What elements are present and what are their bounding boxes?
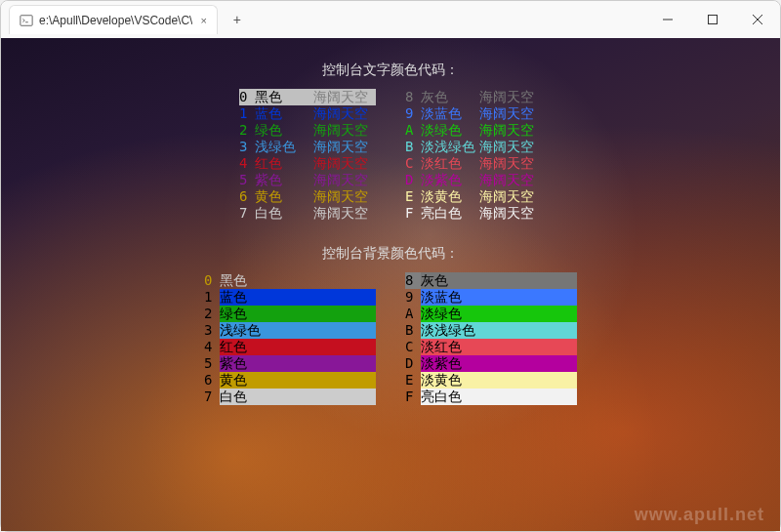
- fg-sample: 海阔天空: [313, 155, 376, 172]
- fg-name: 淡黄色: [421, 188, 479, 205]
- terminal-content[interactable]: 控制台文字颜色代码： 0黑色海阔天空1蓝色海阔天空2绿色海阔天空3浅绿色海阔天空…: [1, 38, 780, 531]
- bg-code: 3: [204, 322, 220, 339]
- fg-name: 绿色: [255, 122, 313, 139]
- fg-column-left: 0黑色海阔天空1蓝色海阔天空2绿色海阔天空3浅绿色海阔天空4红色海阔天空5紫色海…: [239, 89, 376, 222]
- window-controls: [645, 4, 780, 35]
- fg-sample: 海阔天空: [479, 105, 542, 122]
- fg-grid: 0黑色海阔天空1蓝色海阔天空2绿色海阔天空3浅绿色海阔天空4红色海阔天空5紫色海…: [1, 89, 780, 222]
- bg-code: F: [405, 389, 421, 405]
- svg-rect-2: [709, 16, 718, 24]
- fg-sample: 海阔天空: [479, 122, 542, 139]
- bg-row: 2绿色: [204, 306, 376, 322]
- bg-name: 灰色: [421, 272, 577, 289]
- close-button[interactable]: [735, 4, 780, 35]
- fg-code: B: [405, 139, 421, 155]
- bg-name: 蓝色: [220, 289, 376, 306]
- bg-row: 6黄色: [204, 372, 376, 389]
- fg-code: 5: [239, 172, 255, 188]
- fg-row: 7白色海阔天空: [239, 205, 376, 222]
- bg-row: 9淡蓝色: [405, 289, 577, 306]
- fg-code: 7: [239, 205, 255, 222]
- fg-name: 淡蓝色: [421, 105, 479, 122]
- bg-name: 淡紫色: [421, 355, 577, 372]
- fg-sample: 海阔天空: [479, 155, 542, 172]
- fg-name: 淡浅绿色: [421, 139, 479, 155]
- fg-sample: 海阔天空: [313, 139, 376, 155]
- fg-code: D: [405, 172, 421, 188]
- bg-row: 8灰色: [405, 272, 577, 289]
- bg-name: 紫色: [220, 355, 376, 372]
- fg-code: 9: [405, 105, 421, 122]
- bg-grid: 0黑色1蓝色2绿色3浅绿色4红色5紫色6黄色7白色 8灰色9淡蓝色A淡绿色B淡浅…: [1, 272, 780, 405]
- fg-code: 0: [239, 89, 255, 105]
- fg-code: 4: [239, 155, 255, 172]
- maximize-button[interactable]: [690, 4, 735, 35]
- fg-name: 淡紫色: [421, 172, 479, 188]
- bg-code: 6: [204, 372, 220, 389]
- fg-name: 红色: [255, 155, 313, 172]
- bg-name: 黑色: [220, 272, 376, 289]
- fg-sample: 海阔天空: [313, 188, 376, 205]
- bg-code: 4: [204, 339, 220, 355]
- bg-row: E淡黄色: [405, 372, 577, 389]
- fg-section-title: 控制台文字颜色代码：: [1, 61, 780, 79]
- watermark: www.apull.net: [635, 506, 764, 523]
- bg-name: 淡红色: [421, 339, 577, 355]
- bg-name: 淡绿色: [421, 306, 577, 322]
- bg-row: 7白色: [204, 389, 376, 405]
- bg-name: 淡浅绿色: [421, 322, 577, 339]
- bg-code: D: [405, 355, 421, 372]
- fg-row: 4红色海阔天空: [239, 155, 376, 172]
- fg-name: 亮白色: [421, 205, 479, 222]
- bg-row: 1蓝色: [204, 289, 376, 306]
- fg-row: E淡黄色海阔天空: [405, 188, 542, 205]
- fg-row: A淡绿色海阔天空: [405, 122, 542, 139]
- fg-sample: 海阔天空: [479, 188, 542, 205]
- console-output: 控制台文字颜色代码： 0黑色海阔天空1蓝色海阔天空2绿色海阔天空3浅绿色海阔天空…: [1, 38, 780, 531]
- fg-sample: 海阔天空: [313, 105, 376, 122]
- fg-sample: 海阔天空: [313, 205, 376, 222]
- bg-name: 白色: [220, 389, 376, 405]
- fg-name: 白色: [255, 205, 313, 222]
- fg-row: 6黄色海阔天空: [239, 188, 376, 205]
- bg-row: 0黑色: [204, 272, 376, 289]
- bg-column-left: 0黑色1蓝色2绿色3浅绿色4红色5紫色6黄色7白色: [204, 272, 376, 405]
- terminal-window: e:\Apull\Develope\VSCode\C\ × + 控制台文字颜色代…: [0, 0, 781, 532]
- fg-sample: 海阔天空: [313, 89, 376, 105]
- terminal-icon: [20, 14, 33, 27]
- bg-row: D淡紫色: [405, 355, 577, 372]
- fg-row: 9淡蓝色海阔天空: [405, 105, 542, 122]
- bg-row: 5紫色: [204, 355, 376, 372]
- tab-close-button[interactable]: ×: [200, 15, 206, 26]
- bg-name: 淡蓝色: [421, 289, 577, 306]
- bg-section-title: 控制台背景颜色代码：: [1, 245, 780, 263]
- fg-code: E: [405, 188, 421, 205]
- new-tab-button[interactable]: +: [224, 6, 251, 33]
- fg-name: 淡绿色: [421, 122, 479, 139]
- tab-active[interactable]: e:\Apull\Develope\VSCode\C\ ×: [9, 5, 218, 34]
- svg-rect-0: [21, 15, 32, 25]
- bg-row: A淡绿色: [405, 306, 577, 322]
- fg-sample: 海阔天空: [479, 89, 542, 105]
- minimize-button[interactable]: [645, 4, 690, 35]
- bg-code: 1: [204, 289, 220, 306]
- fg-sample: 海阔天空: [479, 205, 542, 222]
- fg-row: 1蓝色海阔天空: [239, 105, 376, 122]
- fg-name: 蓝色: [255, 105, 313, 122]
- bg-code: C: [405, 339, 421, 355]
- bg-code: 5: [204, 355, 220, 372]
- bg-name: 浅绿色: [220, 322, 376, 339]
- fg-sample: 海阔天空: [479, 172, 542, 188]
- fg-code: 6: [239, 188, 255, 205]
- fg-row: 3浅绿色海阔天空: [239, 139, 376, 155]
- bg-code: 8: [405, 272, 421, 289]
- bg-row: F亮白色: [405, 389, 577, 405]
- fg-name: 黄色: [255, 188, 313, 205]
- bg-code: 0: [204, 272, 220, 289]
- fg-code: 3: [239, 139, 255, 155]
- fg-row: D淡紫色海阔天空: [405, 172, 542, 188]
- bg-code: 2: [204, 306, 220, 322]
- fg-code: A: [405, 122, 421, 139]
- fg-code: 2: [239, 122, 255, 139]
- fg-row: 5紫色海阔天空: [239, 172, 376, 188]
